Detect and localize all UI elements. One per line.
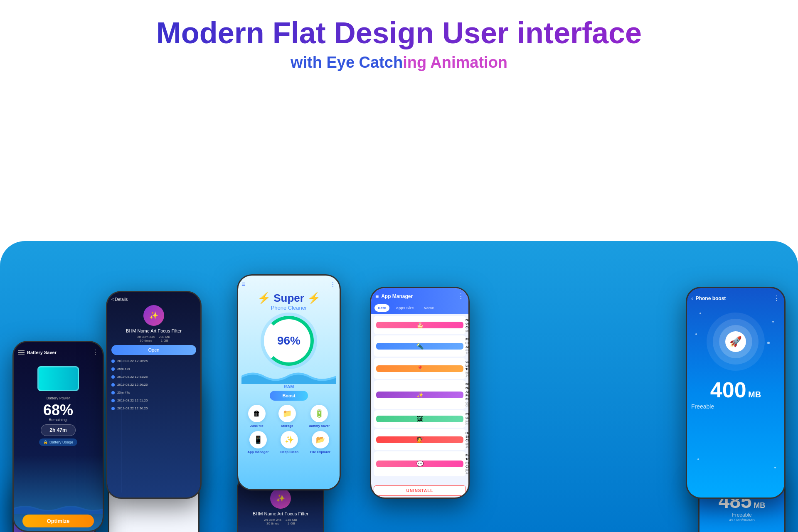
app-icon-7: 💬 (376, 461, 463, 467)
boost-circles: 🚀 (707, 313, 765, 371)
app-name-7: Fancy Text For Chat (466, 453, 468, 468)
pb2-label: Freeable (732, 512, 751, 518)
cl-icons-row-2: 📱 App manager ✨ Deep Clean 📂 File Explor… (241, 431, 336, 454)
tab-apps-size[interactable]: Apps Size (393, 304, 417, 312)
phone-frame-2: < Details ✨ BHM Name Art Focus Filter 2h… (106, 291, 202, 499)
app-name-4: BHM Name Art - Focus Filter (466, 382, 468, 401)
time-stat-2: 2h 38m 24s 30 times (264, 518, 281, 525)
junk-file-button[interactable]: 🗑 Junk file (248, 405, 266, 428)
phone-frame-3: ≡ ⋮ ⚡ Super ⚡ Phone Cleaner 96% (237, 274, 341, 490)
menu-icon[interactable]: ≡ (241, 281, 245, 288)
phone-boost-screen: ‹ Phone boost ⋮ (687, 288, 784, 498)
more-icon[interactable]: ⋮ (92, 348, 99, 356)
app-info-2: Flash Light Alert mar 17,2017 (466, 337, 468, 355)
tab-date[interactable]: Date (374, 304, 389, 312)
app-name-2: Flash Light Alert (466, 337, 468, 349)
timeline-line (121, 359, 121, 493)
entry-text-5: 25m 47s (117, 391, 130, 394)
storage-label: Storage (281, 424, 293, 428)
list-item[interactable]: 💬 Fancy Text For Chat jan 12,2017 26.6 M… (374, 451, 466, 476)
timeline-dot (111, 407, 115, 410)
data-stat: 238 MB 1 GB (159, 335, 170, 342)
bs-usage-label: Battery Usage (49, 440, 73, 444)
battery-icon: 🔋 (310, 405, 328, 422)
app-info-7: Fancy Text For Chat jan 12,2017 (466, 453, 468, 474)
list-item[interactable]: 🔦 Flash Light Alert mar 17,2017 35.4 MB (374, 335, 466, 357)
app-list: 🎂 Name/Photo on birthday Cake sep 09,201… (371, 314, 468, 484)
timeline-entry-2: 25m 47s (111, 367, 196, 371)
cl-subtitle: Phone Cleaner (257, 305, 320, 311)
open-button[interactable]: Open (111, 345, 196, 355)
more-icon[interactable]: ⋮ (330, 281, 336, 288)
app-date-2: mar 17,2017 (466, 349, 468, 355)
pb-mb-display: 400 MB (691, 379, 780, 401)
app-info-5: Photo Collage jul 03,2015 (466, 412, 468, 426)
list-item[interactable]: 📍 Call Location Tracker feb 14,2014 22.2… (374, 358, 466, 379)
optimize-button[interactable]: Optimize (22, 515, 94, 527)
bs-usage-button[interactable]: 🔒 Battery Usage (39, 438, 77, 446)
timeline-dot (111, 399, 115, 402)
cl-ring (264, 316, 314, 366)
bs-battery-visual (37, 366, 79, 391)
phone-frame-1: Battery Saver ⋮ Battery Power 68% Remain… (12, 341, 104, 532)
list-item[interactable]: 💇 Hair Style Changer sep 16,2016 42.3 MB (374, 429, 466, 450)
file-explorer-button[interactable]: 📂 File Explorer (310, 431, 330, 454)
app-info-6: Hair Style Changer sep 16,2016 (466, 431, 468, 448)
cl-header: ≡ ⋮ (241, 281, 336, 288)
wave-area (241, 367, 336, 384)
list-item[interactable]: 🖼 Photo Collage jul 03,2015 75.6 MB (374, 410, 466, 428)
phone-frame-4: ≡ App Manager ⋮ Date Apps Size Name 🎂 Na… (370, 287, 470, 499)
list-item[interactable]: 🎂 Name/Photo on birthday Cake sep 09,201… (374, 316, 466, 334)
deep-clean-label: Deep Clean (281, 450, 299, 454)
back-icon[interactable]: ‹ (691, 295, 693, 302)
phone-boost-top: ‹ Phone boost ⋮ (686, 287, 786, 499)
timeline-dot (111, 375, 115, 379)
uninstall-button[interactable]: UNINSTALL (374, 485, 466, 496)
star-3 (695, 333, 697, 335)
hamburger-icon[interactable] (18, 350, 25, 355)
file-explorer-label: File Explorer (310, 450, 330, 454)
am-title: App Manager (381, 293, 413, 299)
battery-saver-button[interactable]: 🔋 Battery saver (309, 405, 330, 428)
storage-button[interactable]: 📁 Storage (278, 405, 296, 428)
app-name-1: Name/Photo on birthday Cake (466, 318, 468, 329)
cl-icons-row-1: 🗑 Junk file 📁 Storage 🔋 Battery saver (241, 405, 336, 428)
app-icon-5: 🖼 (376, 416, 463, 422)
timeline: 2019.08.22 12:26:25 25m 47s 2019.08.22 1… (111, 359, 196, 493)
battery-saver-screen: Battery Saver ⋮ Battery Power 68% Remain… (14, 342, 103, 531)
timeline-dot (111, 360, 115, 363)
app-manager-button[interactable]: 📱 App manager (247, 431, 268, 454)
timeline-entry-3: 2019.08.22 12:51:25 (111, 375, 196, 379)
app-name-6: Hair Style Changer (466, 431, 468, 442)
tab-name[interactable]: Name (421, 304, 438, 312)
battery-label: Battery saver (309, 424, 330, 428)
menu-icon[interactable]: ≡ (375, 293, 379, 300)
junk-label: Junk file (250, 424, 263, 428)
app-icon-3: 📍 (376, 365, 463, 372)
back-button[interactable]: < Details (111, 297, 196, 302)
timeline-entry-1: 2019.08.22 12:26:25 (111, 359, 196, 363)
app-date-5: jul 03,2015 (466, 420, 468, 426)
cleaner-screen: ≡ ⋮ ⚡ Super ⚡ Phone Cleaner 96% (238, 276, 340, 489)
entry-text-7: 2019.08.22 12:26:25 (117, 406, 148, 410)
app-icon-4: ✨ (376, 392, 463, 398)
more-icon[interactable]: ⋮ (773, 294, 780, 302)
bs-time-button[interactable]: 2h 47m (41, 424, 75, 436)
more-icon[interactable]: ⋮ (458, 292, 464, 300)
entry-text-4: 2019.08.22 12:26:25 (117, 383, 148, 387)
boost-button[interactable]: Boost (270, 391, 308, 401)
star-4 (767, 342, 770, 344)
pb-mb-number: 400 (710, 378, 746, 402)
battery-tip (79, 374, 79, 383)
deep-clean-button[interactable]: ✨ Deep Clean (281, 431, 299, 454)
star-6 (774, 467, 776, 468)
det-stats-2: 2h 38m 24s 30 times 238 MB 1 GB (242, 518, 319, 525)
entry-text-2: 25m 47s (117, 367, 130, 371)
timeline-dot (111, 391, 115, 394)
pb-header: ‹ Phone boost ⋮ (691, 294, 780, 302)
phones-area: Battery Saver ⋮ Battery Power 68% Remain… (0, 96, 798, 532)
pb2-unit: MB (754, 501, 765, 510)
bs-app-title: Battery Saver (27, 350, 57, 355)
app-manager-label: App manager (247, 450, 268, 454)
list-item[interactable]: ✨ BHM Name Art - Focus Filter oct 09,201… (374, 380, 466, 409)
